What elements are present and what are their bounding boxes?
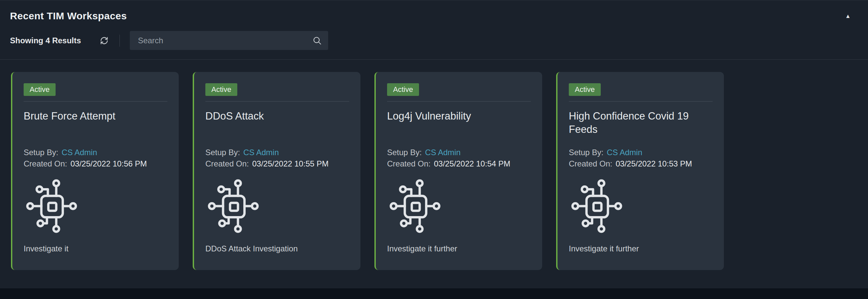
workspace-title: Brute Force Attempt [24,110,167,147]
created-on-label: Created On: [24,159,67,168]
created-on-value: 03/25/2022 10:56 PM [70,159,147,168]
refresh-button[interactable] [98,35,110,47]
setup-by-link[interactable]: CS Admin [425,148,461,157]
status-badge: Active [387,83,419,96]
created-on-value: 03/25/2022 10:54 PM [434,159,510,168]
collapse-panel-button[interactable]: ▲ [844,12,852,20]
status-badge: Active [205,83,237,96]
workspace-card[interactable]: Active High Confidence Covid 19 Feeds Se… [556,72,724,270]
workspace-title: Log4j Vulnerability [387,110,531,147]
refresh-icon [99,36,109,46]
setup-by-label: Setup By: [569,148,603,157]
workspace-title: High Confidence Covid 19 Feeds [569,110,713,147]
badge-row: Active [24,83,167,101]
results-count: Showing 4 Results [10,36,81,45]
search-icon[interactable] [312,36,322,46]
toolbar: Showing 4 Results [0,22,868,50]
created-on-label: Created On: [205,159,249,168]
workspace-description: Investigate it further [569,244,713,253]
setup-by-label: Setup By: [205,148,240,157]
workspace-description: Investigate it [24,244,167,253]
setup-by-link[interactable]: CS Admin [243,148,279,157]
circuit-chip-icon [205,178,261,234]
setup-by-label: Setup By: [387,148,422,157]
badge-row: Active [387,83,531,101]
created-on-value: 03/25/2022 10:55 PM [252,159,329,168]
workspace-title: DDoS Attack [205,110,349,147]
search-box[interactable] [130,31,328,50]
workspace-card[interactable]: Active Log4j Vulnerability Setup By:CS A… [374,72,542,270]
workspace-meta: Setup By:CS Admin Created On:03/25/2022 … [205,147,349,170]
panel-header: Recent TIM Workspaces ▲ [0,0,868,22]
created-on-label: Created On: [387,159,431,168]
workspace-description: Investigate it further [387,244,531,253]
recent-tim-workspaces-panel: Recent TIM Workspaces ▲ Showing 4 Result… [0,0,868,288]
status-badge: Active [24,83,56,96]
status-badge: Active [569,83,601,96]
caret-up-icon: ▲ [845,13,851,19]
panel-title: Recent TIM Workspaces [10,10,127,22]
badge-row: Active [569,83,713,101]
workspace-meta: Setup By:CS Admin Created On:03/25/2022 … [387,147,531,170]
badge-row: Active [205,83,349,101]
circuit-chip-icon [24,178,80,234]
workspace-meta: Setup By:CS Admin Created On:03/25/2022 … [24,147,167,170]
search-input[interactable] [137,36,312,46]
workspace-meta: Setup By:CS Admin Created On:03/25/2022 … [569,147,713,170]
setup-by-link[interactable]: CS Admin [607,148,642,157]
circuit-chip-icon [569,178,625,234]
setup-by-link[interactable]: CS Admin [62,148,97,157]
workspace-card-list: Active Brute Force Attempt Setup By:CS A… [0,60,868,270]
toolbar-divider-vertical [120,35,120,47]
circuit-chip-icon [387,178,443,234]
workspace-card[interactable]: Active DDoS Attack Setup By:CS Admin Cre… [193,72,361,270]
created-on-label: Created On: [569,159,612,168]
workspace-card[interactable]: Active Brute Force Attempt Setup By:CS A… [11,72,179,270]
setup-by-label: Setup By: [24,148,58,157]
workspace-description: DDoS Attack Investigation [205,244,349,253]
created-on-value: 03/25/2022 10:53 PM [616,159,692,168]
